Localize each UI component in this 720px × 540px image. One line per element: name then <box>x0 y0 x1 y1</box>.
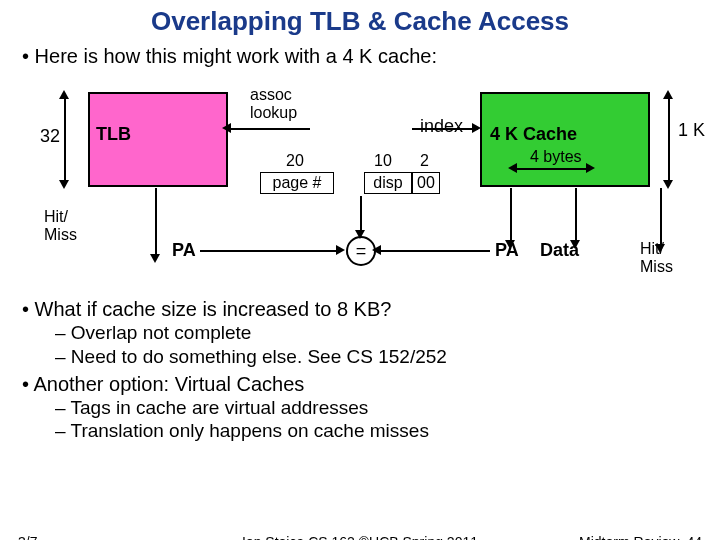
disp-bits2: 2 <box>420 152 429 170</box>
tlb-label: TLB <box>96 124 131 145</box>
question-1: • What if cache size is increased to 8 K… <box>0 298 720 321</box>
tlb-width-label: 32 <box>40 126 60 147</box>
intro-line: • Here is how this might work with a 4 K… <box>0 37 720 68</box>
pa-label: PA <box>172 240 196 261</box>
disp-bits: 10 <box>374 152 392 170</box>
page-bits: 20 <box>286 152 304 170</box>
cache-width-label: 1 K <box>678 120 705 141</box>
q2-sub2: – Translation only happens on cache miss… <box>0 419 720 443</box>
footer-right: Midterm Review. 44 <box>579 534 702 540</box>
page-field: page # <box>260 172 334 194</box>
hitmiss-right: Hit/ Miss <box>640 240 673 276</box>
question-2: • Another option: Virtual Caches <box>0 369 720 396</box>
cache-label: 4 K Cache <box>490 124 577 145</box>
q1-sub2: – Need to do something else. See CS 152/… <box>0 345 720 369</box>
page-title: Overlapping TLB & Cache Access <box>0 0 720 37</box>
q1-sub1: – Overlap not complete <box>0 321 720 345</box>
disp-field: disp <box>364 172 412 194</box>
diagram-area: 32 TLB assoc lookup index 4 K Cache 1 K … <box>0 68 720 298</box>
q2-sub1: – Tags in cache are virtual addresses <box>0 396 720 420</box>
zero-field: 00 <box>412 172 440 194</box>
assoc-lookup-label: assoc lookup <box>250 86 297 122</box>
bytes-label: 4 bytes <box>530 148 582 166</box>
data-label: Data <box>540 240 579 261</box>
pa2-label: PA <box>495 240 519 261</box>
hitmiss-left: Hit/ Miss <box>44 208 77 244</box>
index-label: index <box>420 116 463 137</box>
